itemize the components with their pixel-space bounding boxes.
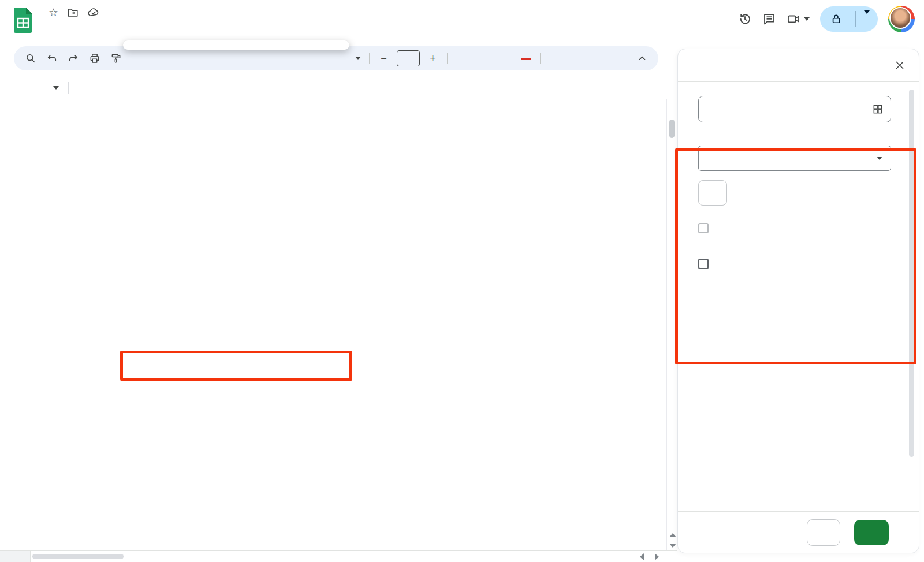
add-another-item-button[interactable] xyxy=(698,180,727,206)
divider xyxy=(369,53,370,64)
toolbar: − + xyxy=(14,46,658,70)
sheets-logo[interactable] xyxy=(14,8,32,33)
google-sheets-app: ☆ xyxy=(0,0,924,562)
range-input[interactable] xyxy=(698,96,891,122)
font-dropdown-caret[interactable] xyxy=(351,48,366,69)
increase-font-size-button[interactable]: + xyxy=(422,48,444,69)
scroll-down-icon[interactable] xyxy=(669,544,676,548)
remove-rule-button[interactable] xyxy=(807,519,840,546)
share-dropdown-button[interactable] xyxy=(856,14,878,24)
divider xyxy=(447,53,448,64)
search-icon[interactable] xyxy=(20,48,41,69)
criteria-select[interactable] xyxy=(698,146,891,171)
horizontal-scrollbar[interactable] xyxy=(0,550,677,562)
scrollbar-thumb[interactable] xyxy=(669,120,675,138)
print-icon[interactable] xyxy=(84,48,105,69)
select-range-icon[interactable] xyxy=(872,103,884,115)
version-history-icon[interactable] xyxy=(738,12,752,26)
topbar: ☆ xyxy=(0,0,924,46)
lock-icon xyxy=(830,13,842,25)
scrollbar-thumb[interactable] xyxy=(32,554,124,559)
italic-button[interactable] xyxy=(472,48,494,69)
strikethrough-button[interactable] xyxy=(494,48,515,69)
video-call-button[interactable] xyxy=(787,12,810,26)
display-style-label-clipped xyxy=(698,297,891,304)
checkbox-icon xyxy=(698,223,709,233)
more-options-button[interactable] xyxy=(544,48,565,69)
video-camera-icon xyxy=(787,12,800,26)
share-button[interactable] xyxy=(820,6,878,32)
avatar[interactable] xyxy=(888,6,915,32)
insert-menu xyxy=(123,40,349,50)
chevron-down-icon xyxy=(877,157,882,160)
formula-bar xyxy=(0,78,663,98)
decrease-font-size-button[interactable]: − xyxy=(373,48,394,69)
bold-button[interactable] xyxy=(451,48,472,69)
star-icon[interactable]: ☆ xyxy=(49,7,58,18)
data-validation-panel xyxy=(677,49,919,553)
panel-scrollbar-thumb[interactable] xyxy=(909,90,914,457)
divider xyxy=(68,82,69,94)
name-box-caret[interactable] xyxy=(53,86,59,90)
chevron-down-icon xyxy=(864,10,870,24)
show-help-text-checkbox[interactable] xyxy=(698,259,891,269)
scroll-left-icon[interactable] xyxy=(640,553,644,560)
close-icon[interactable] xyxy=(893,59,906,72)
vertical-scrollbar[interactable] xyxy=(666,99,677,550)
font-size-input[interactable] xyxy=(397,50,420,66)
divider xyxy=(540,53,541,64)
redo-icon[interactable] xyxy=(62,48,84,69)
hide-toolbar-button[interactable] xyxy=(631,48,653,69)
checkbox-icon xyxy=(698,259,709,269)
done-button[interactable] xyxy=(854,520,889,545)
move-folder-icon[interactable] xyxy=(66,6,79,19)
scroll-right-icon[interactable] xyxy=(655,553,659,560)
corner xyxy=(0,551,31,562)
allow-multiple-selections-checkbox[interactable] xyxy=(698,223,891,233)
cloud-status-icon[interactable] xyxy=(87,6,100,19)
panel-footer xyxy=(678,511,919,553)
undo-icon[interactable] xyxy=(41,48,62,69)
comments-icon[interactable] xyxy=(762,12,776,26)
spreadsheet-grid xyxy=(0,99,663,550)
scroll-up-icon[interactable] xyxy=(669,533,676,537)
text-color-button[interactable] xyxy=(515,48,536,69)
paint-format-icon[interactable] xyxy=(105,48,126,69)
chevron-down-icon xyxy=(804,17,810,21)
